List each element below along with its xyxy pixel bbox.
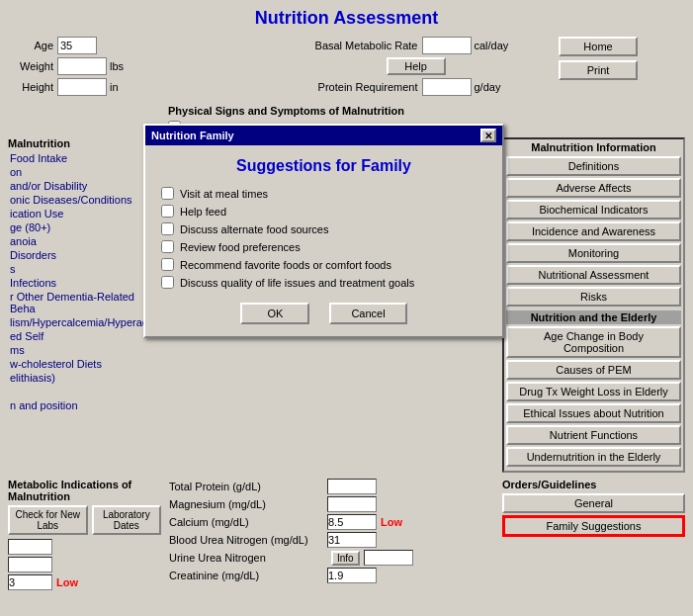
main-container: Nutrition Assessment Age Weight lbs Heig… <box>0 0 693 616</box>
modal-item-5: Recommend favorite foods or comfort food… <box>161 258 486 271</box>
modal-overlay: Nutrition Family ✕ Suggestions for Famil… <box>0 0 693 616</box>
visit-meal-times-label: Visit at meal times <box>180 188 268 200</box>
alternate-food-sources-label: Discuss alternate food sources <box>180 223 328 235</box>
help-feed-label: Help feed <box>180 206 226 218</box>
modal-titlebar: Nutrition Family ✕ <box>145 126 502 145</box>
modal-cancel-button[interactable]: Cancel <box>329 303 406 324</box>
modal-item-3: Discuss alternate food sources <box>161 222 486 235</box>
modal-body: Suggestions for Family Visit at meal tim… <box>145 145 502 336</box>
modal-ok-button[interactable]: OK <box>240 303 309 324</box>
modal-title: Nutrition Family <box>151 130 234 141</box>
alternate-food-sources-checkbox[interactable] <box>161 222 174 235</box>
quality-of-life-checkbox[interactable] <box>161 276 174 289</box>
food-preferences-label: Review food preferences <box>180 241 301 253</box>
modal-item-2: Help feed <box>161 205 486 218</box>
modal-close-button[interactable]: ✕ <box>480 129 496 142</box>
modal-heading: Suggestions for Family <box>161 157 486 175</box>
modal-item-6: Discuss quality of life issues and treat… <box>161 276 486 289</box>
help-feed-checkbox[interactable] <box>161 205 174 218</box>
comfort-foods-checkbox[interactable] <box>161 258 174 271</box>
food-preferences-checkbox[interactable] <box>161 240 174 253</box>
modal-item-4: Review food preferences <box>161 240 486 253</box>
modal-buttons: OK Cancel <box>161 303 486 324</box>
comfort-foods-label: Recommend favorite foods or comfort food… <box>180 259 391 271</box>
quality-of-life-label: Discuss quality of life issues and treat… <box>180 277 414 289</box>
modal-item-1: Visit at meal times <box>161 187 486 200</box>
nutrition-family-dialog: Nutrition Family ✕ Suggestions for Famil… <box>143 124 504 338</box>
visit-meal-times-checkbox[interactable] <box>161 187 174 200</box>
